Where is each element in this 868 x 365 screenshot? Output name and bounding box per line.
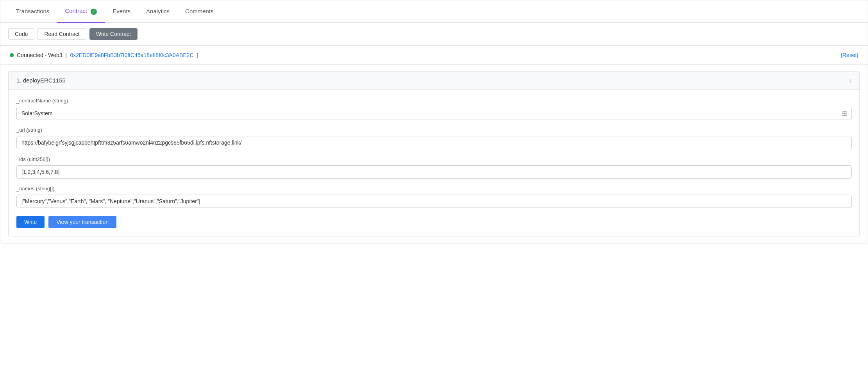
code-button[interactable]: Code	[8, 28, 34, 40]
param-uri-input[interactable]	[16, 136, 852, 149]
tab-comments[interactable]: Comments	[177, 1, 221, 22]
param-names-label: _names (string[])	[16, 186, 852, 191]
view-transaction-button[interactable]: View your transaction	[48, 216, 116, 228]
param-ids-label: _ids (uint256[])	[16, 156, 852, 162]
param-uri-label: _uri (string)	[16, 127, 852, 133]
function-section: 1. deployERC1155 ↓ _contractName (string…	[8, 71, 860, 236]
tune-icon: ⊞	[842, 109, 848, 118]
tab-contract[interactable]: Contract ✓	[57, 0, 105, 23]
read-contract-button[interactable]: Read Contract	[38, 28, 86, 40]
tab-bar: Transactions Contract ✓ Events Analytics…	[0, 0, 868, 23]
bottom-divider	[8, 243, 860, 243]
param-ids: _ids (uint256[])	[16, 156, 852, 179]
param-uri: _uri (string)	[16, 127, 852, 149]
function-title: 1. deployERC1155	[16, 77, 66, 84]
tab-analytics[interactable]: Analytics	[138, 1, 177, 22]
param-contractName-input-wrapper: ⊞	[16, 107, 852, 120]
function-body: _contractName (string) ⊞ _uri (string) _…	[9, 90, 859, 236]
tab-transactions[interactable]: Transactions	[8, 1, 57, 22]
param-contractName-label: _contractName (string)	[16, 98, 852, 104]
button-row: Write View your transaction	[16, 216, 852, 228]
connection-status: Connected - Web3 [0x2ED0fE9a8FbB3b7f0ffC…	[10, 52, 198, 58]
param-contractName-input[interactable]	[16, 107, 852, 120]
sub-tab-bar: Code Read Contract Write Contract	[0, 23, 868, 46]
wallet-address-link[interactable]: 0x2ED0fE9a8FbB3b7f0ffC45a18eff8f0c3A0ABE…	[70, 52, 193, 58]
write-button[interactable]: Write	[16, 216, 45, 228]
param-ids-input[interactable]	[16, 165, 852, 179]
write-contract-button[interactable]: Write Contract	[89, 28, 138, 40]
param-names: _names (string[])	[16, 186, 852, 208]
chevron-down-icon: ↓	[848, 77, 852, 84]
param-names-input[interactable]	[16, 195, 852, 208]
tab-events[interactable]: Events	[105, 1, 138, 22]
reset-link[interactable]: [Reset]	[841, 52, 858, 58]
param-contractName: _contractName (string) ⊞	[16, 98, 852, 120]
function-header[interactable]: 1. deployERC1155 ↓	[9, 72, 859, 90]
contract-verified-icon: ✓	[91, 9, 97, 15]
connected-bar: Connected - Web3 [0x2ED0fE9a8FbB3b7f0ffC…	[0, 46, 868, 65]
connection-dot	[10, 53, 14, 57]
